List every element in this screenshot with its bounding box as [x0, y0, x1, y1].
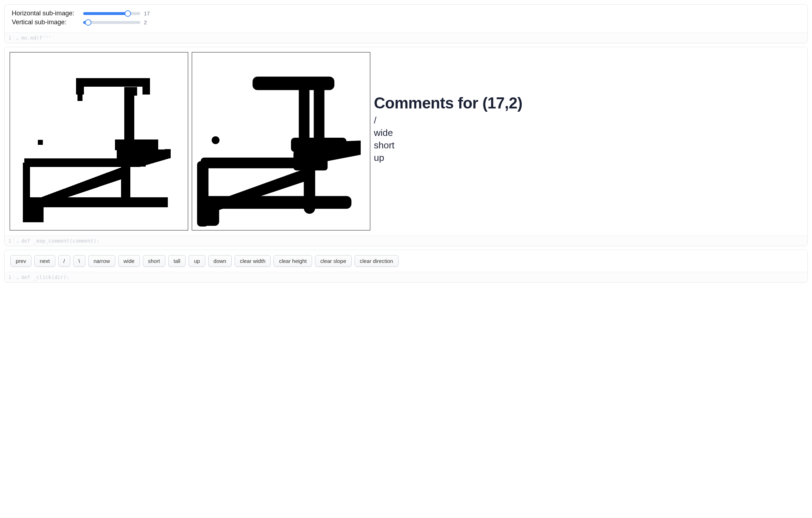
backslash-button[interactable]: \: [73, 255, 85, 267]
code-fold-caret-icon[interactable]: ⌄: [16, 238, 19, 244]
code-strip-3[interactable]: 1 ⌄ def _click(dir):: [5, 272, 807, 282]
comment-line: wide: [374, 127, 522, 139]
slider-label-horizontal: Horizontal sub-image:: [12, 10, 80, 17]
svg-rect-6: [115, 139, 159, 150]
down-button[interactable]: down: [208, 255, 232, 267]
glyph-left-svg: [10, 52, 188, 230]
cell-sliders: Horizontal sub-image: 17 Vertical sub-im…: [4, 4, 808, 43]
slash-button[interactable]: /: [58, 255, 70, 267]
slider-fill: [83, 12, 128, 15]
clear-slope-button[interactable]: clear slope: [315, 255, 352, 267]
comment-line: up: [374, 152, 522, 164]
code-lineno: 1: [8, 35, 14, 41]
slider-thumb[interactable]: [125, 10, 131, 17]
button-row: prev next / \ narrow wide short tall up …: [5, 250, 807, 272]
prev-button[interactable]: prev: [10, 255, 31, 267]
slider-label-vertical: Vertical sub-image:: [12, 19, 80, 26]
svg-marker-22: [325, 141, 361, 161]
sliders-body: Horizontal sub-image: 17 Vertical sub-im…: [5, 5, 807, 32]
tall-button[interactable]: tall: [168, 255, 186, 267]
next-button[interactable]: next: [34, 255, 55, 267]
slider-horizontal[interactable]: [83, 12, 140, 15]
slider-thumb[interactable]: [85, 19, 91, 26]
svg-point-25: [212, 136, 220, 144]
code-text: def _click(dir):: [21, 274, 69, 280]
svg-rect-0: [76, 78, 150, 87]
code-lineno: 1: [8, 238, 14, 244]
svg-rect-2: [142, 85, 150, 95]
short-button[interactable]: short: [143, 255, 165, 267]
image-row: Comments for (17,2) / wide short up: [5, 47, 807, 235]
comments-title: Comments for (17,2): [374, 95, 522, 111]
clear-height-button[interactable]: clear height: [274, 255, 312, 267]
slider-row-horizontal: Horizontal sub-image: 17: [12, 10, 800, 17]
narrow-button[interactable]: narrow: [88, 255, 115, 267]
image-left: [10, 52, 188, 230]
image-right: [192, 52, 370, 230]
svg-rect-28: [197, 196, 351, 209]
code-fold-caret-icon[interactable]: ⌄: [16, 35, 19, 41]
wide-button[interactable]: wide: [118, 255, 140, 267]
code-text: def _map_comment(comment):: [21, 238, 99, 244]
code-text: mo.md(f''': [21, 35, 51, 41]
svg-rect-16: [23, 206, 44, 222]
code-lineno: 1: [8, 274, 14, 280]
svg-rect-23: [201, 158, 306, 168]
code-strip-1[interactable]: 1 ⌄ mo.md(f''': [5, 32, 807, 43]
svg-rect-10: [24, 158, 123, 167]
svg-rect-9: [154, 152, 170, 158]
svg-rect-30: [197, 205, 219, 226]
cell-buttons: prev next / \ narrow wide short tall up …: [4, 250, 808, 283]
svg-rect-3: [77, 93, 82, 101]
svg-rect-12: [38, 140, 43, 145]
comment-line: short: [374, 139, 522, 152]
code-strip-2[interactable]: 1 ⌄ def _map_comment(comment):: [5, 235, 807, 246]
cell-images: Comments for (17,2) / wide short up 1 ⌄ …: [4, 47, 808, 246]
glyph-right-svg: [192, 52, 370, 230]
up-button[interactable]: up: [189, 255, 205, 267]
slider-row-vertical: Vertical sub-image: 2: [12, 19, 800, 26]
slider-value-vertical: 2: [144, 19, 155, 25]
code-fold-caret-icon[interactable]: ⌄: [16, 274, 19, 280]
clear-direction-button[interactable]: clear direction: [355, 255, 399, 267]
slider-vertical[interactable]: [83, 21, 140, 24]
clear-width-button[interactable]: clear width: [235, 255, 271, 267]
comment-line: /: [374, 114, 522, 127]
slider-value-horizontal: 17: [144, 10, 155, 16]
svg-rect-15: [23, 197, 168, 207]
svg-point-29: [304, 202, 315, 214]
comments-column: Comments for (17,2) / wide short up: [374, 52, 522, 164]
